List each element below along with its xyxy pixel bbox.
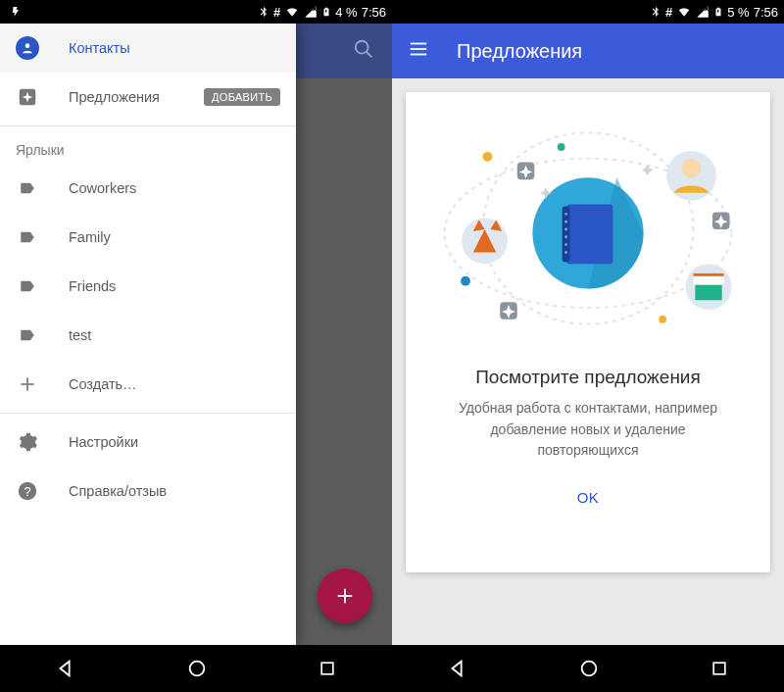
drawer-item-suggestions[interactable]: Предложения ДОБАВИТЬ (0, 73, 296, 122)
sparkle-icon (16, 86, 39, 108)
label-name: Friends (69, 278, 116, 294)
svg-point-26 (564, 228, 567, 231)
signal-icon (304, 5, 318, 19)
label-icon (16, 277, 39, 295)
battery-percent: 4 % (335, 5, 357, 20)
navigation-drawer: Контакты Предложения ДОБАВИТЬ Ярлыки Cow… (0, 24, 296, 645)
phone-left: # 4 % 7:56 Контакты (0, 0, 392, 692)
battery-percent: 5 % (727, 5, 749, 20)
drawer-label: Предложения (69, 89, 160, 105)
svg-text:?: ? (24, 484, 30, 499)
drawer-label-item[interactable]: Family (0, 213, 296, 262)
label-name: test (69, 327, 91, 343)
bolt-icon (10, 5, 22, 19)
drawer-label: Контакты (69, 40, 130, 56)
person-icon (16, 36, 39, 60)
bluetooth-icon (258, 5, 270, 19)
svg-point-6 (25, 43, 30, 48)
clock: 7:56 (362, 5, 386, 20)
svg-rect-38 (695, 283, 721, 301)
label-icon (16, 326, 39, 344)
hamburger-icon[interactable] (408, 38, 429, 65)
app-bar-title: Предложения (457, 40, 582, 63)
svg-line-3 (367, 52, 372, 58)
divider (0, 125, 296, 126)
status-bar: # 5 % 7:56 (392, 0, 784, 24)
drawer-item-settings[interactable]: Настройки (0, 418, 296, 467)
drawer-label: Справка/отзыв (69, 483, 167, 499)
label-name: Family (69, 229, 111, 245)
status-bar: # 4 % 7:56 (0, 0, 392, 24)
drawer-item-help[interactable]: ? Справка/отзыв (0, 467, 296, 516)
search-icon[interactable] (353, 38, 374, 64)
svg-rect-13 (321, 663, 333, 674)
suggestions-card: Посмотрите предложения Удобная работа с … (406, 92, 770, 572)
app-bar: Предложения (392, 24, 784, 78)
back-button[interactable] (447, 658, 468, 679)
hash-icon: # (273, 5, 280, 20)
svg-point-30 (483, 152, 493, 162)
recent-button[interactable] (710, 659, 729, 678)
home-button[interactable] (578, 658, 600, 679)
drawer-label-item[interactable]: Friends (0, 262, 296, 311)
svg-point-2 (356, 41, 368, 54)
system-nav-bar (392, 645, 784, 692)
card-heading: Посмотрите предложения (475, 367, 701, 388)
drawer-label: Создать… (69, 376, 137, 392)
system-nav-bar (0, 645, 392, 692)
phone-right: # 5 % 7:56 Предложения (392, 0, 784, 692)
recent-button[interactable] (318, 659, 337, 678)
ok-button[interactable]: OK (562, 481, 614, 514)
home-button[interactable] (186, 658, 208, 679)
svg-point-29 (564, 251, 567, 254)
svg-rect-40 (693, 273, 723, 276)
svg-point-27 (564, 235, 567, 238)
hash-icon: # (665, 5, 672, 20)
divider (0, 413, 296, 414)
svg-point-33 (659, 316, 666, 323)
wifi-icon (284, 5, 300, 19)
labels-header: Ярлыки (0, 130, 296, 164)
help-icon: ? (16, 480, 39, 502)
drawer-item-create-label[interactable]: Создать… (0, 360, 296, 409)
svg-rect-22 (567, 205, 613, 265)
signal-icon (696, 5, 710, 19)
label-icon (16, 179, 39, 197)
wifi-icon (676, 5, 692, 19)
bluetooth-icon (650, 5, 662, 19)
fab-add-contact[interactable] (318, 568, 372, 623)
svg-point-32 (461, 276, 470, 286)
label-icon (16, 228, 39, 246)
illustration (425, 116, 751, 341)
svg-point-25 (564, 221, 567, 223)
drawer-label-item[interactable]: Coworkers (0, 164, 296, 213)
drawer-label: Настройки (69, 434, 138, 450)
add-chip[interactable]: ДОБАВИТЬ (204, 88, 280, 106)
svg-point-44 (582, 662, 597, 676)
svg-point-31 (558, 143, 565, 151)
label-name: Coworkers (69, 180, 136, 196)
drawer-label-item[interactable]: test (0, 311, 296, 360)
card-body: Удобная работа с контактами, например до… (451, 398, 725, 462)
svg-point-28 (564, 243, 567, 246)
clock: 7:56 (754, 5, 778, 20)
drawer-item-contacts[interactable]: Контакты (0, 24, 296, 73)
battery-icon (713, 5, 723, 19)
back-button[interactable] (55, 658, 76, 679)
plus-icon (16, 374, 39, 394)
svg-point-12 (190, 662, 205, 676)
svg-rect-45 (713, 663, 725, 674)
battery-icon (321, 5, 331, 19)
svg-point-24 (564, 213, 567, 216)
svg-point-35 (682, 159, 702, 178)
gear-icon (16, 431, 39, 453)
